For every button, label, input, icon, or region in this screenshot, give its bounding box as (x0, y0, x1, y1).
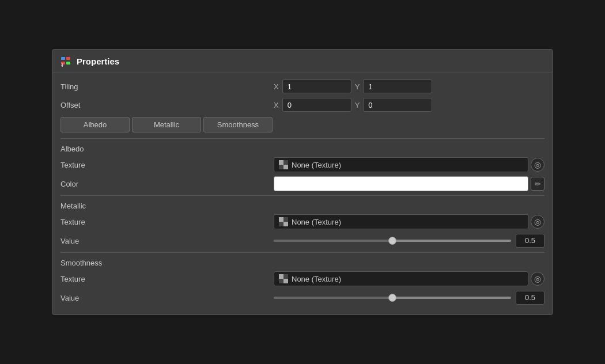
tab-row: Albedo Metallic Smoothness (60, 117, 544, 132)
smoothness-slider-row: 0.5 (274, 291, 544, 305)
metallic-slider-value: 0.5 (516, 234, 544, 248)
offset-row: Offset X Y (60, 97, 544, 112)
smoothness-value-control: 0.5 (274, 291, 544, 305)
checker-icon-1 (279, 160, 288, 169)
metallic-texture-control: None (Texture) ◎ (274, 214, 544, 229)
albedo-texture-label: Texture (60, 161, 274, 169)
albedo-eyedropper-btn[interactable]: ✏ (531, 177, 544, 191)
albedo-color-swatch[interactable] (274, 176, 528, 191)
metallic-texture-label: Texture (60, 218, 274, 226)
tiling-x-input[interactable] (282, 79, 351, 93)
offset-x-label: X (274, 101, 279, 109)
metallic-section-title: Metallic (60, 200, 544, 211)
tab-metallic[interactable]: Metallic (132, 117, 201, 132)
smoothness-texture-select[interactable]: None (Texture) (274, 271, 528, 286)
divider-1 (60, 138, 544, 139)
offset-label: Offset (60, 101, 274, 109)
albedo-texture-row: Texture None (Texture) ◎ (60, 157, 544, 173)
offset-y-label: Y (355, 101, 360, 109)
metallic-value-row: Value 0.5 (60, 233, 544, 249)
albedo-texture-value: None (Texture) (292, 161, 341, 169)
tiling-label: Tiling (60, 82, 274, 91)
metallic-value-control: 0.5 (274, 234, 544, 248)
smoothness-texture-value: None (Texture) (292, 275, 341, 283)
albedo-color-label: Color (60, 180, 274, 188)
tiling-row: Tiling X Y (60, 79, 544, 94)
divider-2 (60, 195, 544, 196)
svg-rect-0 (61, 57, 65, 60)
eyedropper-icon: ✏ (535, 180, 541, 188)
offset-x-input[interactable] (282, 98, 351, 112)
metallic-value-label: Value (60, 237, 274, 245)
albedo-texture-control: None (Texture) ◎ (274, 157, 544, 172)
tab-albedo[interactable]: Albedo (60, 117, 130, 132)
svg-rect-1 (66, 57, 70, 60)
svg-rect-2 (61, 62, 65, 65)
properties-icon (60, 55, 72, 67)
tiling-coords: X Y (274, 79, 544, 93)
checker-icon-3 (279, 274, 288, 283)
circle-dot-icon: ◎ (534, 160, 541, 169)
metallic-texture-picker-btn[interactable]: ◎ (531, 215, 544, 229)
offset-y-input[interactable] (363, 98, 432, 112)
offset-coords: X Y (274, 98, 544, 112)
divider-3 (60, 252, 544, 253)
panel-header: Properties (52, 50, 553, 73)
metallic-slider[interactable] (274, 240, 511, 242)
metallic-texture-row: Texture None (Texture) ◎ (60, 214, 544, 230)
tiling-y-label: Y (355, 82, 360, 91)
smoothness-slider-value: 0.5 (516, 291, 544, 305)
metallic-texture-value: None (Texture) (292, 218, 341, 226)
smoothness-value-row: Value 0.5 (60, 290, 544, 306)
smoothness-value-label: Value (60, 294, 274, 302)
tiling-y-input[interactable] (363, 79, 432, 93)
smoothness-texture-label: Texture (60, 275, 274, 283)
smoothness-texture-picker-btn[interactable]: ◎ (531, 272, 544, 286)
checker-icon-2 (279, 217, 288, 226)
circle-dot-icon-3: ◎ (534, 274, 541, 283)
smoothness-slider[interactable] (274, 297, 511, 299)
properties-panel: Properties Tiling X Y Offset X Y A (52, 49, 553, 315)
albedo-color-control: ✏ (274, 176, 544, 191)
tab-smoothness[interactable]: Smoothness (203, 117, 273, 132)
albedo-section-title: Albedo (60, 143, 544, 154)
albedo-texture-select[interactable]: None (Texture) (274, 157, 528, 172)
metallic-slider-row: 0.5 (274, 234, 544, 248)
albedo-color-row: Color ✏ (60, 176, 544, 192)
smoothness-section-title: Smoothness (60, 257, 544, 268)
tiling-x-label: X (274, 82, 279, 91)
smoothness-texture-control: None (Texture) ◎ (274, 271, 544, 286)
metallic-texture-select[interactable]: None (Texture) (274, 214, 528, 229)
circle-dot-icon-2: ◎ (534, 217, 541, 226)
panel-body: Tiling X Y Offset X Y Albedo Metallic Sm… (52, 73, 553, 314)
panel-title: Properties (77, 56, 119, 66)
smoothness-texture-row: Texture None (Texture) ◎ (60, 271, 544, 287)
albedo-texture-picker-btn[interactable]: ◎ (531, 158, 544, 172)
svg-rect-3 (66, 62, 70, 65)
